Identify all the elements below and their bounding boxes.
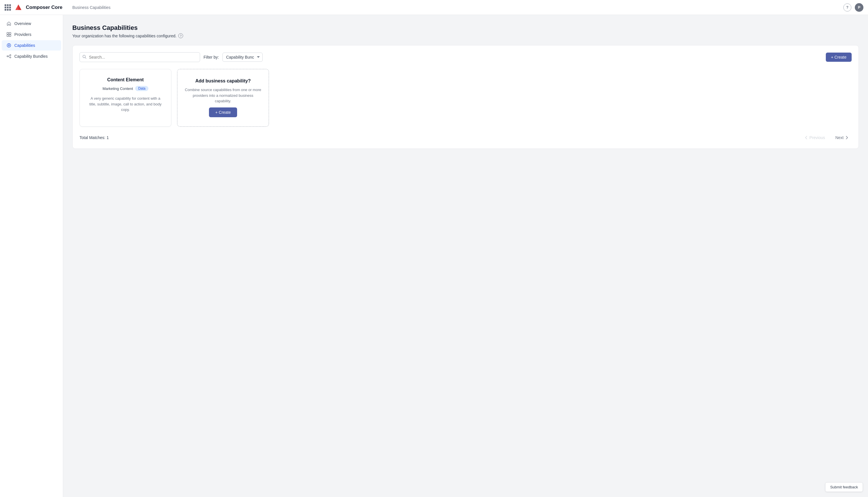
svg-rect-0	[7, 32, 9, 34]
sidebar-label-overview: Overview	[14, 21, 31, 26]
svg-line-12	[85, 57, 86, 59]
add-capability-card: Add business capability? Combine source …	[177, 69, 269, 127]
add-card-desc: Combine source capabilities from one or …	[184, 87, 262, 104]
next-label: Next	[835, 135, 843, 140]
cap-card-desc: A very generic capability for content wi…	[87, 96, 164, 113]
sidebar-label-bundles: Capability Bundles	[14, 54, 48, 59]
bundles-icon	[6, 54, 12, 59]
svg-line-10	[8, 57, 10, 57]
capability-card[interactable]: Content Element Marketing Content Data A…	[79, 69, 171, 127]
search-wrapper	[79, 52, 200, 62]
sidebar-item-overview[interactable]: Overview	[2, 18, 61, 29]
providers-icon	[6, 32, 12, 37]
grid-menu-icon[interactable]	[4, 4, 11, 11]
sidebar-label-providers: Providers	[14, 32, 31, 37]
add-card-create-label: + Create	[215, 110, 231, 115]
logo-icon	[14, 3, 23, 12]
tag-label: Marketing Content	[102, 86, 133, 91]
subtitle-text: Your organization has the following capa…	[72, 33, 177, 38]
main-content: Business Capabilities Your organization …	[63, 15, 868, 497]
svg-rect-3	[9, 35, 11, 37]
search-input[interactable]	[79, 52, 200, 62]
total-matches: Total Matches: 1	[79, 135, 109, 140]
svg-point-4	[7, 44, 11, 47]
app-title: Composer Core	[26, 4, 62, 10]
subtitle-help-icon[interactable]: ?	[178, 33, 183, 38]
page-subtitle: Your organization has the following capa…	[72, 33, 859, 38]
topnav: Composer Core Business Capabilities ? P	[0, 0, 868, 15]
pagination: Total Matches: 1 Previous Next	[79, 133, 852, 142]
page-title: Business Capabilities	[72, 24, 859, 32]
topnav-right: ? P	[843, 3, 864, 12]
svg-rect-2	[7, 35, 9, 37]
home-icon	[6, 21, 12, 26]
svg-rect-1	[9, 32, 11, 34]
create-button[interactable]: + Create	[826, 53, 852, 62]
avatar[interactable]: P	[855, 3, 864, 12]
filter-select[interactable]: Capability Bunc Type Status	[222, 53, 263, 62]
previous-button[interactable]: Previous	[801, 133, 828, 142]
sidebar-item-capability-bundles[interactable]: Capability Bundles	[2, 51, 61, 61]
create-label: + Create	[831, 55, 847, 59]
svg-point-7	[10, 55, 11, 56]
sidebar-label-capabilities: Capabilities	[14, 43, 35, 48]
breadcrumb: Business Capabilities	[72, 5, 111, 10]
svg-point-5	[8, 45, 10, 46]
sidebar-item-providers[interactable]: Providers	[2, 29, 61, 40]
search-icon	[83, 55, 86, 60]
topnav-left: Composer Core	[4, 3, 68, 12]
capabilities-icon	[6, 43, 12, 48]
toolbar: Filter by: Capability Bunc Type Status +…	[79, 52, 852, 62]
tag-badge: Data	[135, 86, 148, 91]
svg-point-6	[7, 56, 8, 57]
sidebar-item-capabilities[interactable]: Capabilities	[2, 40, 61, 51]
previous-label: Previous	[809, 135, 825, 140]
layout: Overview Providers Capabilities Capabili…	[0, 15, 868, 497]
cap-card-tags: Marketing Content Data	[102, 86, 148, 91]
svg-point-8	[10, 57, 11, 58]
pagination-buttons: Previous Next	[801, 133, 852, 142]
cap-card-title: Content Element	[107, 77, 144, 83]
cards-grid: Content Element Marketing Content Data A…	[79, 69, 852, 127]
add-capability-create-button[interactable]: + Create	[209, 108, 237, 117]
card-area: Filter by: Capability Bunc Type Status +…	[72, 45, 859, 149]
filter-label: Filter by:	[204, 55, 219, 59]
sidebar: Overview Providers Capabilities Capabili…	[0, 15, 63, 497]
svg-line-9	[8, 55, 10, 56]
help-button[interactable]: ?	[843, 3, 851, 12]
next-button[interactable]: Next	[833, 133, 852, 142]
submit-feedback-button[interactable]: Submit feedback	[825, 482, 863, 492]
add-card-title: Add business capability?	[195, 79, 251, 84]
